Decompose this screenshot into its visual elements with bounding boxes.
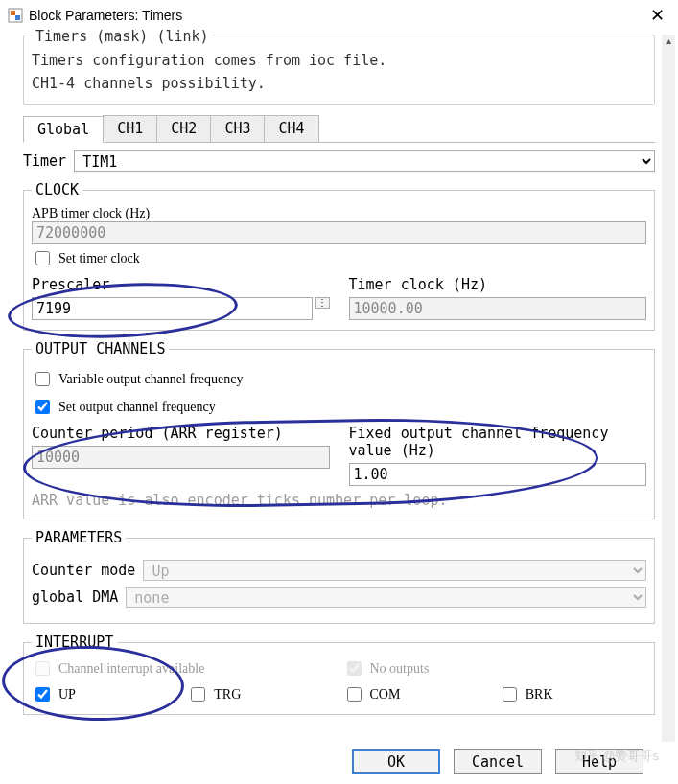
mask-line: CH1-4 channels possibility. [32,72,646,95]
clock-legend: CLOCK [32,181,82,198]
tab-global[interactable]: Global [23,116,104,143]
timer-clock-label: Timer clock (Hz) [349,276,647,293]
set-output-freq-label: Set output channel frequency [58,400,216,415]
app-icon [8,8,23,23]
no-outputs-label: No outputs [370,661,430,677]
cancel-button[interactable]: Cancel [454,749,542,774]
interrupt-trg-label: TRG [214,687,241,703]
apb-clock-input [32,221,646,244]
prescaler-input[interactable] [32,297,313,320]
counter-period-input [32,446,330,469]
tab-ch4[interactable]: CH4 [264,115,318,142]
interrupt-brk-checkbox[interactable] [503,687,517,702]
title-bar: Block Parameters: Timers ✕ [0,0,678,31]
tab-ch3[interactable]: CH3 [210,115,265,142]
watermark: 知乎 @赞哥哥s [574,748,659,765]
svg-rect-2 [15,15,20,20]
mask-line: Timers configuration comes from ioc file… [32,49,646,72]
channel-interrupt-label: Channel interrupt available [58,661,204,677]
no-outputs-checkbox [347,661,362,676]
global-dma-select: none [126,587,646,608]
interrupt-up-checkbox[interactable] [35,687,50,702]
params-legend: PARAMETERS [32,529,126,546]
counter-mode-label: Counter mode [32,562,135,579]
interrupt-up-label: UP [58,687,76,703]
ok-button[interactable]: OK [352,749,440,774]
clock-group: CLOCK APB timer clock (Hz) Set timer clo… [23,181,655,331]
close-icon[interactable]: ✕ [644,5,670,26]
apb-clock-label: APB timer clock (Hz) [32,206,646,221]
counter-period-label: Counter period (ARR register) [32,425,330,442]
interrupt-com-label: COM [370,687,401,703]
mask-header: Timers (mask) (link) [32,28,213,45]
counter-mode-select: Up [143,560,646,581]
interrupt-com-checkbox[interactable] [347,687,362,702]
prescaler-spinner[interactable]: ⋮ [315,297,330,309]
output-channels-group: OUTPUT CHANNELS Variable output channel … [23,340,655,519]
window-title: Block Parameters: Timers [29,8,644,23]
prescaler-label: Prescaler [32,276,330,293]
fixed-freq-input[interactable] [349,463,647,486]
svg-rect-1 [11,11,15,15]
parameters-group: PARAMETERS Counter mode Up global DMA no… [23,529,655,624]
channel-interrupt-checkbox [35,661,50,676]
timer-label: Timer [23,152,66,170]
interrupt-group: INTERRUPT Channel interrupt available No… [23,634,655,715]
set-timer-clock-label: Set timer clock [58,251,140,266]
tab-ch2[interactable]: CH2 [156,115,211,142]
set-output-freq-checkbox[interactable] [35,400,50,414]
interrupt-brk-label: BRK [526,687,553,703]
variable-freq-label: Variable output channel frequency [58,372,243,387]
variable-freq-checkbox[interactable] [35,372,50,386]
interrupt-trg-checkbox[interactable] [191,687,205,702]
interrupt-legend: INTERRUPT [32,634,117,651]
set-timer-clock-checkbox[interactable] [35,251,50,265]
timer-select[interactable]: TIM1 [74,150,655,172]
button-bar: OK Cancel Help [0,742,661,782]
arr-note: ARR value is also encoder ticks number p… [32,492,646,509]
global-dma-label: global DMA [32,588,118,606]
output-legend: OUTPUT CHANNELS [32,340,169,357]
mask-description: Timers (mask) (link) Timers configuratio… [23,35,655,105]
tab-bar: Global CH1 CH2 CH3 CH4 [23,115,655,143]
tab-ch1[interactable]: CH1 [103,115,157,142]
fixed-freq-label: Fixed output channel frequency value (Hz… [349,425,647,459]
timer-clock-input [349,297,647,320]
